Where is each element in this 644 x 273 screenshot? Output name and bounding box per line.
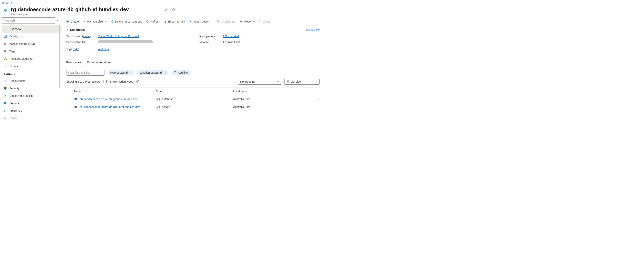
lock-icon	[4, 116, 7, 120]
table-row[interactable]: SQL db-dandoescode-azure-db-github-ef-bu…	[66, 95, 320, 103]
pin-icon[interactable]	[164, 8, 168, 12]
add-tags-link[interactable]: Add tags	[98, 48, 109, 51]
close-icon[interactable]: ✕	[164, 71, 166, 74]
toolbar-more-icon[interactable]: ···	[274, 20, 278, 23]
subscription-value-link[interactable]: Visual Studio Enterprise Personal	[98, 35, 139, 38]
events-icon	[4, 64, 7, 68]
sidebar-item-overview[interactable]: Overview	[2, 25, 61, 33]
sidebar-item-access-control[interactable]: Access control (IAM)	[2, 40, 61, 48]
sidebar-item-policies[interactable]: Policies	[2, 99, 61, 107]
query-icon	[190, 20, 193, 23]
filter-pill-type[interactable]: Type equals all ✕	[108, 70, 134, 75]
records-summary: Showing 1 to 2 of 2 records.	[66, 80, 100, 83]
tag-icon	[4, 49, 7, 53]
resource-location: Australia East	[233, 97, 311, 101]
col-header-type[interactable]: Type↑↓	[156, 90, 233, 93]
sql-database-icon: SQL	[74, 97, 78, 101]
essentials-panel: Subscription (move) : Visual Studio Ente…	[66, 32, 320, 54]
search-input[interactable]	[6, 19, 54, 22]
json-view-link[interactable]: JSON View	[306, 28, 320, 31]
deployments-value-link[interactable]: 1 Succeeded	[223, 35, 239, 38]
svg-marker-16	[4, 95, 6, 97]
breadcrumb-home[interactable]: Home	[2, 1, 9, 5]
breadcrumb: Home	[0, 0, 322, 6]
refresh-button[interactable]: Refresh	[146, 20, 160, 23]
svg-point-3	[4, 19, 6, 21]
manage-view-button[interactable]: Manage view	[83, 20, 107, 23]
svg-rect-6	[4, 35, 6, 38]
tags-edit-link[interactable]: edit	[74, 48, 78, 51]
page-title: rg-dandoescode-azure-db-github-ef-bundle…	[11, 7, 164, 12]
svg-point-26	[192, 22, 192, 22]
resource-type: SQL server	[156, 105, 233, 108]
sql-server-icon: SQL	[74, 105, 78, 109]
chevron-down-icon	[316, 80, 318, 83]
tags-label: Tags (edit)	[66, 48, 96, 51]
svg-rect-23	[4, 118, 6, 119]
star-icon[interactable]	[172, 8, 175, 12]
svg-point-38	[76, 107, 77, 108]
sidebar-item-label: Security	[10, 87, 20, 90]
deployments-icon	[4, 79, 7, 83]
essentials-toggle[interactable]: Essentials JSON View	[66, 26, 320, 32]
subscription-id-label: Subscription ID	[66, 40, 96, 44]
grouping-select[interactable]: No grouping	[238, 79, 281, 85]
list-view-icon	[286, 80, 289, 83]
svg-rect-19	[5, 103, 6, 103]
search-icon	[3, 19, 6, 22]
access-control-icon	[4, 42, 7, 46]
sidebar-item-locks[interactable]: Locks	[2, 114, 61, 122]
table-header: Name↑↓ Type↑↓ Location↑↓	[66, 87, 320, 95]
add-filter-icon	[174, 71, 176, 74]
row-more-icon[interactable]: ···	[311, 105, 320, 108]
resource-name-link[interactable]: sql-dandoescode-azure-db-github-ef-bundl…	[80, 105, 140, 108]
collapse-sidebar-icon[interactable]	[57, 19, 61, 22]
table-row[interactable]: SQL sql-dandoescode-azure-db-github-ef-b…	[66, 103, 320, 111]
sidebar-item-deployments[interactable]: Deployments	[2, 77, 61, 85]
sidebar-item-security[interactable]: Security	[2, 85, 61, 92]
resource-visualizer-icon	[4, 57, 7, 60]
close-icon[interactable]	[316, 7, 320, 10]
close-icon[interactable]: ✕	[130, 71, 132, 74]
resource-name-link[interactable]: db-dandoescode-azure-db-github-ef-bundle…	[80, 97, 140, 101]
sidebar-item-properties[interactable]: Properties	[2, 107, 61, 114]
sidebar-item-activity-log[interactable]: Activity log	[2, 33, 61, 40]
resource-type: SQL database	[156, 97, 233, 101]
subscription-move-link[interactable]: move	[83, 35, 90, 38]
sidebar-item-resource-visualizer[interactable]: Resource visualizer	[2, 55, 61, 62]
subscription-label: Subscription (move)	[66, 35, 96, 38]
more-icon[interactable]: ···	[179, 8, 183, 12]
view-mode-select[interactable]: List view	[284, 79, 320, 85]
col-header-location[interactable]: Location↑↓	[233, 90, 311, 93]
move-button[interactable]: Move	[240, 20, 254, 23]
activity-log-icon	[4, 35, 7, 38]
create-button[interactable]: Create	[66, 20, 79, 23]
filter-input[interactable]	[66, 70, 105, 76]
sidebar-item-tags[interactable]: Tags	[2, 48, 61, 55]
open-query-button[interactable]: Open query	[190, 20, 209, 23]
sidebar: Overview Activity log Access control (IA…	[0, 17, 61, 135]
info-icon[interactable]	[136, 80, 139, 83]
export-csv-button[interactable]: Export to CSV	[164, 20, 186, 23]
toolbar: Create Manage view Delete resource group…	[66, 17, 320, 26]
records-row: Showing 1 to 2 of 2 records. Show hidden…	[66, 79, 320, 85]
add-filter-button[interactable]: Add filter	[171, 70, 191, 75]
tab-resources[interactable]: Resources	[66, 58, 82, 66]
trash-icon	[258, 20, 261, 23]
delete-resource-group-button[interactable]: Delete resource group	[111, 20, 142, 23]
scrollbar[interactable]	[59, 25, 60, 88]
row-more-icon[interactable]: ···	[311, 97, 320, 101]
sidebar-search[interactable]	[2, 17, 55, 24]
filter-pill-location[interactable]: Location equals all ✕	[137, 70, 168, 75]
sidebar-item-deployment-stacks[interactable]: Deployment stacks	[2, 92, 61, 99]
chevron-down-icon	[252, 20, 254, 23]
page-header: rg-dandoescode-azure-db-github-ef-bundle…	[0, 6, 322, 17]
show-hidden-checkbox[interactable]	[104, 80, 107, 83]
col-header-name[interactable]: Name↑↓	[74, 90, 156, 93]
svg-point-12	[5, 57, 6, 58]
tab-recommendations[interactable]: Recommendations	[87, 58, 112, 66]
sidebar-item-label: Activity log	[10, 35, 22, 38]
deployment-stacks-icon	[4, 94, 7, 97]
sidebar-item-events[interactable]: Events	[2, 62, 61, 70]
location-label: Location	[199, 40, 220, 44]
